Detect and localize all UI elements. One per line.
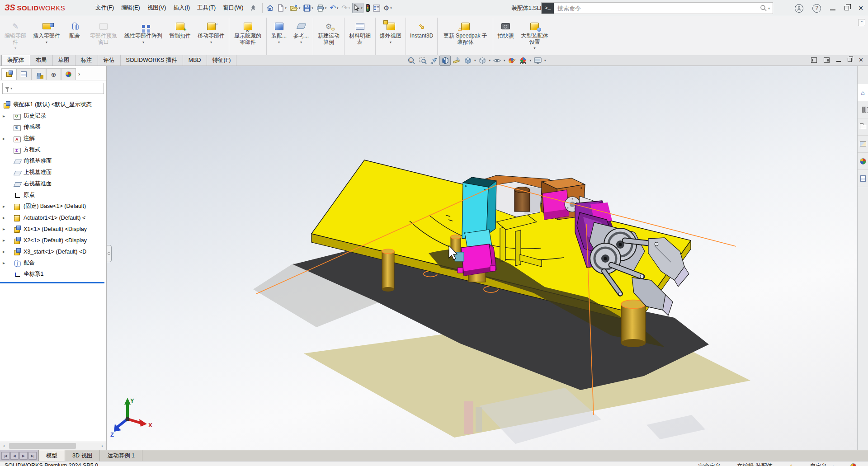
menu-item[interactable]: 文件(F)	[92, 2, 117, 14]
ribbon-button[interactable]: 零部件预览窗口	[86, 18, 121, 55]
ribbon-button[interactable]: 编辑零部件	[1, 18, 30, 55]
view-orientation-icon[interactable]	[462, 56, 473, 66]
custom-properties-icon[interactable]	[858, 170, 868, 187]
graphics-viewport[interactable]: Y X Z	[107, 66, 857, 450]
tree-filter[interactable]: ▾	[2, 83, 104, 94]
open-button[interactable]: ▾	[289, 3, 302, 13]
tree-item[interactable]: ▸ 传感器	[0, 122, 106, 133]
tree-item[interactable]: ▸ 注解	[0, 133, 106, 144]
previous-tab-icon[interactable]: ◀	[10, 452, 19, 460]
expand-arrow-icon[interactable]: ▸	[3, 215, 13, 220]
command-tab[interactable]: MBD	[183, 55, 207, 66]
tree-item[interactable]: ▸ 右视基准面	[0, 178, 106, 189]
hide-show-items-icon[interactable]	[491, 56, 503, 66]
ribbon-button[interactable]: Instant3D	[407, 18, 438, 55]
doc-restore-button[interactable]	[848, 58, 852, 62]
tree-item[interactable]: ▸ Actuator1<1> (Default) <	[0, 212, 106, 223]
ribbon-button[interactable]: 插入零部件	[30, 18, 63, 55]
expand-arrow-icon[interactable]: ▸	[3, 204, 13, 209]
print-button[interactable]: ▾	[316, 3, 328, 13]
ribbon-button[interactable]: 参考...	[290, 18, 313, 55]
next-tab-icon[interactable]: ▶	[19, 452, 28, 460]
panel-tabs-overflow-icon[interactable]: ›	[78, 71, 80, 77]
rebuild-button[interactable]	[365, 3, 371, 13]
custom-dropdown-icon[interactable]: ▴	[832, 464, 834, 466]
collapse-pane-left-icon[interactable]	[811, 57, 817, 63]
previous-view-icon[interactable]	[428, 56, 439, 66]
unit-system-icon[interactable]	[850, 463, 856, 466]
view-settings-dropdown-icon[interactable]: ▾	[544, 59, 546, 62]
help-icon[interactable]: ?	[812, 4, 821, 13]
search-icon[interactable]	[760, 5, 767, 12]
measure-icon[interactable]	[451, 56, 462, 66]
view-palette-icon[interactable]	[858, 136, 868, 153]
restore-button[interactable]	[844, 6, 849, 10]
menu-item[interactable]: 视图(V)	[144, 2, 170, 14]
pin-menu-icon[interactable]	[250, 5, 256, 11]
account-icon[interactable]	[795, 4, 803, 13]
zoom-to-fit-icon[interactable]	[406, 56, 417, 66]
scroll-left-icon[interactable]: ‹	[0, 443, 8, 448]
view-settings-icon[interactable]	[532, 56, 543, 66]
collapse-pane-right-icon[interactable]	[824, 57, 830, 63]
tree-item[interactable]: ▸ X2<1> (Default) <Display	[0, 235, 106, 246]
last-tab-icon[interactable]: ▶|	[28, 452, 37, 460]
ribbon-button[interactable]: 线性零部件阵列	[121, 18, 165, 55]
doc-close-button[interactable]: ✕	[859, 56, 863, 63]
command-tab[interactable]: 特征(F)	[207, 55, 237, 66]
undo-button[interactable]: ↶▾	[329, 4, 339, 13]
tree-item[interactable]: ▸ X3_start<1> (Default) <D	[0, 246, 106, 257]
design-library-icon[interactable]	[858, 101, 868, 118]
redo-button[interactable]: ↷▾	[340, 4, 351, 13]
display-style-dropdown-icon[interactable]: ▾	[489, 59, 491, 62]
command-tab[interactable]: 布局	[30, 55, 53, 66]
command-tab[interactable]: 草图	[53, 55, 75, 66]
ribbon-button[interactable]: 拍快照	[494, 18, 517, 55]
first-tab-icon[interactable]: |◀	[1, 452, 9, 460]
scrollbar-track[interactable]	[8, 442, 98, 450]
custom-dropdown[interactable]: 自定义	[810, 462, 827, 466]
appearances-scenes-icon[interactable]	[858, 153, 868, 170]
ribbon-collapse-icon[interactable]: ⌃	[858, 19, 865, 26]
edit-appearance-icon[interactable]	[506, 56, 518, 66]
ribbon-button[interactable]: 材料明细表	[345, 18, 376, 55]
command-tab[interactable]: 评估	[98, 55, 121, 66]
command-tab[interactable]: 标注	[75, 55, 98, 66]
bottom-tab[interactable]: 模型	[38, 450, 65, 461]
view-orientation-dropdown-icon[interactable]: ▾	[474, 59, 476, 62]
ribbon-button[interactable]: 移动零部件	[194, 18, 229, 55]
tree-item[interactable]: ▸ X1<1> (Default) <Display	[0, 223, 106, 235]
ribbon-button[interactable]: 爆炸视图	[377, 18, 406, 55]
apply-scene-dropdown-icon[interactable]: ▾	[530, 59, 532, 62]
menu-item[interactable]: 插入(I)	[170, 2, 193, 14]
expand-arrow-icon[interactable]: ▸	[3, 136, 13, 141]
expand-arrow-icon[interactable]: ▸	[3, 260, 13, 265]
bottom-tab[interactable]: 运动算例 1	[100, 450, 142, 461]
minimize-button[interactable]	[830, 9, 835, 10]
tab-display-manager[interactable]	[61, 68, 76, 80]
tree-item[interactable]: ▸ 上视基准面	[0, 167, 106, 178]
search-input[interactable]	[554, 5, 760, 12]
ribbon-button[interactable]: 装配...	[268, 18, 290, 55]
save-button[interactable]: ▾	[302, 3, 314, 13]
ribbon-button[interactable]: 新建运动算例	[314, 18, 344, 55]
scroll-right-icon[interactable]: ›	[98, 443, 106, 448]
tree-item[interactable]: ▸ 配合	[0, 257, 106, 268]
expand-arrow-icon[interactable]: ▸	[3, 238, 13, 243]
menu-item[interactable]: 编辑(E)	[118, 2, 143, 14]
section-view-icon[interactable]	[439, 56, 451, 66]
doc-minimize-button[interactable]	[836, 61, 841, 62]
expand-arrow-icon[interactable]: ▸	[3, 113, 13, 118]
tab-dimxpert-manager[interactable]: ⊕	[46, 68, 61, 80]
expand-arrow-icon[interactable]: ▸	[3, 226, 13, 231]
display-style-icon[interactable]	[477, 56, 488, 66]
tree-item[interactable]: ▸ 前视基准面	[0, 155, 106, 167]
bottom-tab[interactable]: 3D 视图	[65, 450, 100, 461]
tree-item[interactable]: ▸ 历史记录	[0, 110, 106, 122]
ribbon-button[interactable]: 显示隐藏的零部件	[230, 18, 267, 55]
zoom-to-area-icon[interactable]	[417, 56, 428, 66]
filter-dropdown-icon[interactable]: ▾	[10, 86, 12, 90]
ribbon-button[interactable]: 配合	[63, 18, 86, 55]
tree-item[interactable]: ▸ 装配体1 (默认) <默认_显示状态	[0, 99, 106, 110]
panel-flyout-handle[interactable]	[107, 245, 112, 262]
